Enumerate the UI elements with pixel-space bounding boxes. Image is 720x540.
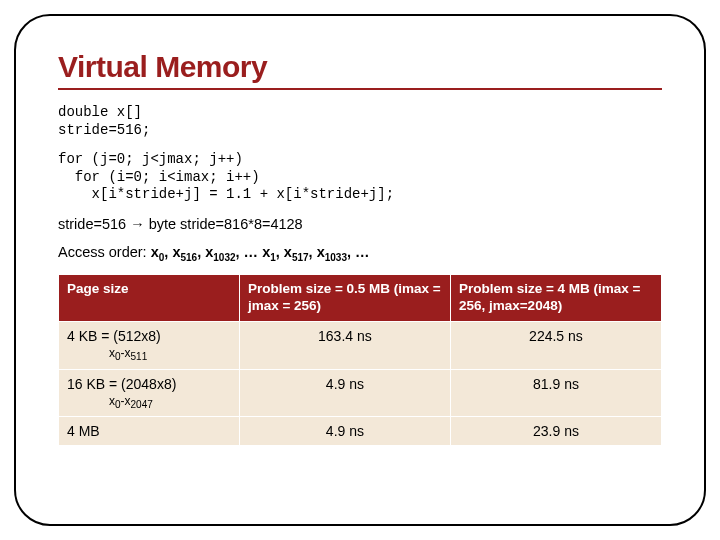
cell-val: 163.4 ns bbox=[239, 322, 450, 369]
slide-border bbox=[14, 14, 706, 526]
access-seq: x0, x516, x1032, … x1, x517, x1033, … bbox=[151, 244, 370, 260]
cell-val: 4.9 ns bbox=[239, 369, 450, 416]
stride-suffix: byte stride=816*8=4128 bbox=[145, 216, 303, 232]
code-loop: for (j=0; j<jmax; j++) for (i=0; i<imax;… bbox=[58, 151, 662, 204]
page-subrange: x0-x2047 bbox=[67, 394, 231, 410]
cell-val: 81.9 ns bbox=[450, 369, 661, 416]
slide-title: Virtual Memory bbox=[58, 50, 662, 84]
table-row: 4 KB = (512x8)x0-x511163.4 ns224.5 ns bbox=[59, 322, 662, 369]
table-row: 4 MB4.9 ns23.9 ns bbox=[59, 416, 662, 445]
col-pagesize: Page size bbox=[59, 275, 240, 322]
title-rule bbox=[58, 88, 662, 90]
page-subrange: x0-x511 bbox=[67, 346, 231, 362]
cell-pagesize: 4 MB bbox=[59, 416, 240, 445]
cell-pagesize: 4 KB = (512x8)x0-x511 bbox=[59, 322, 240, 369]
table-row: 16 KB = (2048x8)x0-x20474.9 ns81.9 ns bbox=[59, 369, 662, 416]
cell-val: 224.5 ns bbox=[450, 322, 661, 369]
cell-pagesize: 16 KB = (2048x8)x0-x2047 bbox=[59, 369, 240, 416]
access-order-line: Access order: x0, x516, x1032, … x1, x51… bbox=[58, 244, 662, 263]
cell-val: 23.9 ns bbox=[450, 416, 661, 445]
cell-val: 4.9 ns bbox=[239, 416, 450, 445]
col-4mb: Problem size = 4 MB (imax = 256, jmax=20… bbox=[450, 275, 661, 322]
code-decl: double x[] stride=516; bbox=[58, 104, 662, 139]
perf-table: Page size Problem size = 0.5 MB (imax = … bbox=[58, 274, 662, 446]
stride-prefix: stride=516 bbox=[58, 216, 130, 232]
arrow-icon: → bbox=[130, 216, 145, 232]
slide: Virtual Memory double x[] stride=516; fo… bbox=[0, 0, 720, 540]
stride-line: stride=516 → byte stride=816*8=4128 bbox=[58, 216, 662, 232]
access-prefix: Access order: bbox=[58, 244, 151, 260]
col-half-mb: Problem size = 0.5 MB (imax = jmax = 256… bbox=[239, 275, 450, 322]
